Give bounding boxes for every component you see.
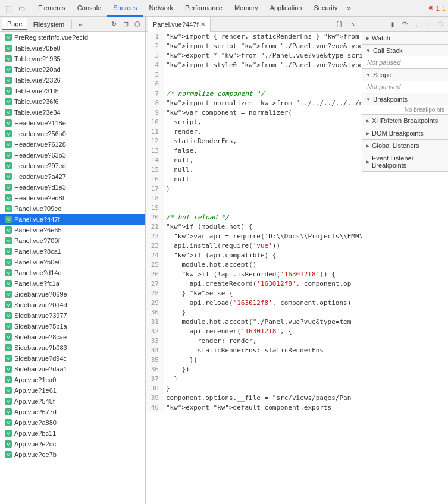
watch-header[interactable]: ▶ Watch [362, 32, 448, 44]
vue-file-icon: V [5, 333, 12, 341]
pretty-print-icon[interactable]: ⌥ [347, 18, 359, 30]
line-number: 32 [146, 327, 164, 336]
file-item[interactable]: VTable.vue?36f6 [0, 96, 145, 107]
file-item[interactable]: VHeader.vue?a427 [0, 171, 145, 182]
editor-tab-close[interactable]: ✕ [200, 21, 205, 27]
new-source-icon[interactable]: ⊞ [120, 19, 131, 30]
sync-icon[interactable]: ↻ [108, 19, 119, 30]
file-item[interactable]: VPanel.vue?b0e6 [0, 257, 145, 267]
code-line: 25 module.hot.accept() [146, 260, 362, 270]
vue-file-icon: V [5, 387, 12, 394]
file-item[interactable]: VTable.vue?20ad [0, 64, 145, 75]
file-item[interactable]: VSidebar.vue?5b1a [0, 321, 145, 332]
tab-page[interactable]: Page [2, 18, 27, 30]
code-line: 3"kw">export * "kw">from "./Panel.vue?vu… [146, 51, 362, 61]
line-number: 39 [146, 393, 164, 403]
format-icon[interactable]: { } [333, 18, 345, 30]
file-item[interactable]: VHeader.vue?ed8f [0, 193, 145, 203]
tab-filesystem[interactable]: Filesystem [29, 19, 70, 30]
tab-network[interactable]: Network [143, 0, 179, 17]
vue-file-icon: V [5, 55, 12, 62]
step-into-button[interactable]: ↓ [411, 19, 422, 30]
file-item[interactable]: VPreRegisterInfo.vue?ecfd [0, 32, 145, 43]
file-item[interactable]: VApp.vue?545f [0, 396, 145, 407]
tab-performance[interactable]: Performance [179, 0, 228, 17]
line-number: 25 [146, 260, 164, 270]
file-item[interactable]: VPanel.vue?6e65 [0, 225, 145, 235]
global-listeners-header[interactable]: ▶ Global Listeners [362, 140, 448, 152]
line-content: staticRenderFns: staticRenderFns [164, 346, 362, 355]
file-item[interactable]: VPanel.vue?709f [0, 235, 145, 246]
tab-sources[interactable]: Sources [107, 0, 143, 17]
file-item[interactable]: VPanel.vue?fc1a [0, 278, 145, 289]
file-item[interactable]: VSidebar.vue?d94c [0, 353, 145, 364]
file-item[interactable]: VTable.vue?1935 [0, 53, 145, 64]
line-content: script, [164, 118, 362, 127]
devtools-icons: ⬚ ▭ [2, 2, 27, 14]
file-item[interactable]: VApp.vue?e2dc [0, 439, 145, 449]
tab-console[interactable]: Console [71, 0, 107, 17]
xhr-section: ▶ XHR/fetch Breakpoints [362, 115, 448, 127]
vue-file-icon: V [5, 237, 12, 244]
event-listener-header[interactable]: ▶ Event Listener Breakpoints [362, 152, 448, 171]
file-item[interactable]: VSidebar.vue?069e [0, 289, 145, 300]
code-editor[interactable]: 1"kw">import { render, staticRenderFns }… [146, 32, 362, 504]
more-options-icon[interactable]: » [74, 19, 85, 30]
file-item[interactable]: VApp.vue?bc11 [0, 428, 145, 439]
collapse-icon[interactable]: ⬡ [132, 19, 143, 30]
file-item[interactable]: VSidebar.vue?3977 [0, 310, 145, 321]
file-name: App.vue?677d [14, 408, 57, 415]
call-stack-header[interactable]: ▼ Call Stack [362, 45, 448, 56]
file-item[interactable]: VPanel.vue?447f [0, 214, 145, 225]
tab-memory[interactable]: Memory [228, 0, 264, 17]
file-item[interactable]: VApp.vue?a880 [0, 417, 145, 428]
file-item[interactable]: VPanel.vue?d14c [0, 267, 145, 278]
file-item[interactable]: VApp.vue?1e61 [0, 385, 145, 396]
tab-application[interactable]: Application [264, 0, 308, 17]
vue-file-icon: V [5, 430, 12, 437]
dom-header[interactable]: ▶ DOM Breakpoints [362, 127, 448, 139]
file-item[interactable]: VHeader.vue?6128 [0, 139, 145, 150]
scope-header[interactable]: ▼ Scope [362, 69, 448, 81]
line-number: 31 [146, 317, 164, 327]
file-item[interactable]: VSidebar.vue?b083 [0, 342, 145, 353]
file-item[interactable]: VHeader.vue?118e [0, 118, 145, 128]
pause-button[interactable]: ⏸ [387, 19, 398, 30]
tab-elements[interactable]: Elements [32, 0, 71, 17]
file-item[interactable]: VApp.vue?1ca0 [0, 374, 145, 385]
file-item[interactable]: VHeader.vue?56a0 [0, 128, 145, 139]
file-item[interactable]: VTable.vue?0be8 [0, 43, 145, 53]
left-toolbar: Page Filesystem » ↻ ⊞ ⬡ [0, 17, 145, 32]
file-item[interactable]: VTable.vue?2326 [0, 75, 145, 86]
breakpoints-header[interactable]: ▼ Breakpoints [362, 93, 448, 105]
file-item[interactable]: VSidebar.vue?8cae [0, 332, 145, 342]
device-icon[interactable]: ▭ [15, 2, 27, 14]
xhr-header[interactable]: ▶ XHR/fetch Breakpoints [362, 115, 448, 127]
file-item[interactable]: VApp.vue?677d [0, 407, 145, 417]
file-item[interactable]: VHeader.vue?63b3 [0, 150, 145, 160]
line-content: render, [164, 127, 362, 137]
file-name: Sidebar.vue?d94c [14, 355, 67, 362]
file-item[interactable]: VPanel.vue?8ca1 [0, 246, 145, 257]
editor-tab[interactable]: Panel.vue?447f ✕ [148, 17, 211, 32]
file-item[interactable]: VTable.vue?31f5 [0, 86, 145, 96]
file-item[interactable]: VHeader.vue?d1e3 [0, 182, 145, 193]
file-name: Header.vue?97ed [14, 162, 66, 169]
file-item[interactable]: VSidebar.vue?0d4d [0, 300, 145, 310]
file-item[interactable]: VTable.vue?3e34 [0, 107, 145, 118]
tab-security[interactable]: Security [308, 0, 343, 17]
event-listener-section: ▶ Event Listener Breakpoints [362, 152, 448, 172]
more-tabs-icon[interactable]: » [343, 2, 355, 15]
step-over-button[interactable]: ↷ [399, 19, 410, 30]
deactivate-breakpoints-button[interactable]: ⬡ [435, 19, 446, 30]
code-line: 38} [146, 384, 362, 393]
main-layout: Page Filesystem » ↻ ⊞ ⬡ VPreRegisterInfo… [0, 17, 448, 504]
line-content: component.options.__file = "src/views/pa… [164, 393, 362, 403]
step-out-button[interactable]: ↑ [423, 19, 434, 30]
file-item[interactable]: VHeader.vue?97ed [0, 160, 145, 171]
code-line: 34 staticRenderFns: staticRenderFns [146, 346, 362, 355]
file-item[interactable]: VApp.vue?ee7b [0, 449, 145, 460]
file-item[interactable]: VSidebar.vue?daa1 [0, 364, 145, 374]
file-item[interactable]: VPanel.vue?09ec [0, 203, 145, 214]
inspect-icon[interactable]: ⬚ [2, 2, 14, 14]
